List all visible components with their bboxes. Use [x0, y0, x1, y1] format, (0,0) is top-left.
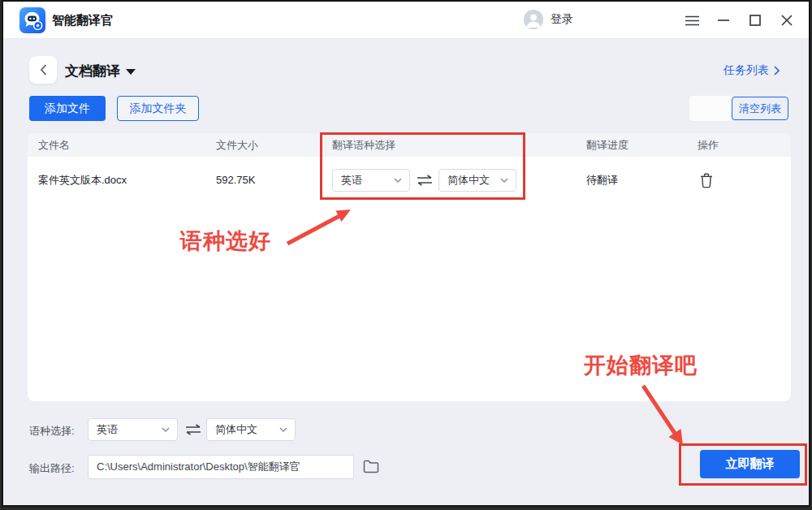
masked-area	[689, 96, 732, 121]
column-filesize: 文件大小	[216, 133, 258, 157]
annotation-language-note: 语种选好	[180, 227, 271, 256]
add-folder-button[interactable]: 添加文件夹	[117, 96, 199, 121]
title-bar: 智能翻译官 登录	[3, 2, 809, 39]
open-folder-button[interactable]	[363, 460, 379, 477]
clear-list-button[interactable]: 清空列表	[732, 97, 788, 120]
column-filename: 文件名	[38, 133, 70, 157]
delete-file-button[interactable]	[700, 173, 713, 191]
login-button[interactable]: 登录	[524, 10, 573, 29]
footer-target-language-select[interactable]: 简体中文	[206, 418, 296, 441]
chevron-down-icon[interactable]	[126, 69, 136, 75]
output-path-label: 输出路径:	[29, 461, 75, 476]
menu-icon[interactable]	[685, 13, 699, 28]
column-actions: 操作	[698, 133, 719, 157]
translate-now-button[interactable]: 立即翻译	[700, 450, 800, 478]
back-button[interactable]	[29, 56, 57, 84]
file-name-cell: 案件英文版本.docx	[38, 162, 127, 198]
minimize-button[interactable]	[716, 13, 731, 28]
annotation-language-box	[320, 132, 525, 200]
folder-icon	[363, 460, 379, 473]
app-title: 智能翻译官	[52, 13, 113, 28]
avatar	[524, 10, 543, 29]
task-list-label: 任务列表	[723, 63, 769, 78]
login-label: 登录	[551, 12, 573, 27]
column-progress: 翻译进度	[586, 133, 628, 157]
close-button[interactable]	[780, 13, 794, 28]
status-cell: 待翻译	[586, 162, 618, 198]
app-logo-icon	[19, 7, 45, 33]
annotation-start-note: 开始翻译吧	[584, 351, 698, 380]
add-file-button[interactable]: 添加文件	[29, 96, 106, 121]
app-window: 智能翻译官 登录	[2, 0, 810, 507]
footer-target-language-value: 简体中文	[215, 422, 257, 437]
window-controls	[685, 2, 794, 39]
footer-swap-languages-icon	[184, 424, 202, 439]
maximize-button[interactable]	[748, 13, 762, 28]
footer-language-label: 语种选择:	[29, 424, 75, 439]
chevron-left-icon	[39, 63, 48, 76]
file-size-cell: 592.75K	[216, 162, 255, 198]
output-path-input[interactable]	[88, 455, 354, 479]
trash-icon	[700, 173, 713, 188]
chevron-right-icon	[774, 66, 780, 76]
footer-source-language-value: 英语	[97, 422, 118, 437]
chevron-down-icon	[162, 427, 170, 432]
task-list-link[interactable]: 任务列表	[723, 63, 780, 78]
footer-source-language-select[interactable]: 英语	[88, 418, 178, 441]
chevron-down-icon	[279, 427, 287, 432]
page-title: 文档翻译	[65, 62, 120, 80]
